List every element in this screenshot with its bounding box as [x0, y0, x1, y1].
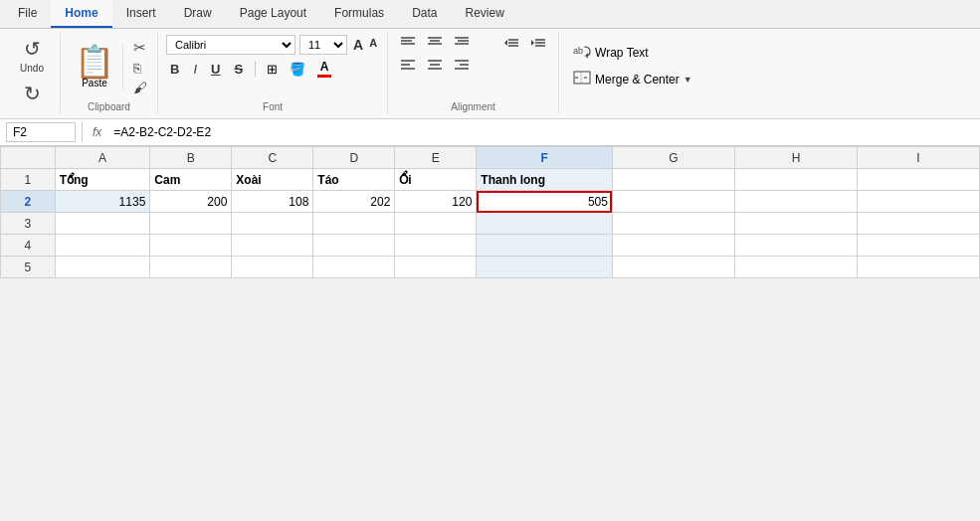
- tab-draw[interactable]: Draw: [170, 0, 226, 28]
- row-number-3[interactable]: 3: [1, 213, 56, 235]
- cell-F2[interactable]: 505: [477, 191, 613, 213]
- increase-indent-button[interactable]: [526, 35, 550, 54]
- cell-F1[interactable]: Thanh long: [477, 169, 613, 191]
- cell-I3[interactable]: [857, 213, 979, 235]
- cell-H2[interactable]: [734, 191, 857, 213]
- cell-F5[interactable]: [477, 257, 613, 278]
- redo-button[interactable]: ↻: [18, 80, 47, 107]
- tab-review[interactable]: Review: [451, 0, 517, 28]
- cell-G3[interactable]: [612, 213, 734, 235]
- cell-D2[interactable]: 202: [313, 191, 395, 213]
- col-header-C[interactable]: C: [232, 147, 313, 169]
- strikethrough-button[interactable]: S: [230, 61, 247, 78]
- cell-F4[interactable]: [477, 235, 613, 257]
- cell-H3[interactable]: [734, 213, 857, 235]
- cell-C5[interactable]: [232, 257, 313, 278]
- cell-D1[interactable]: Táo: [313, 169, 395, 191]
- align-top-left-icon: [400, 36, 416, 50]
- col-header-G[interactable]: G: [612, 147, 734, 169]
- formula-input[interactable]: =A2-B2-C2-D2-E2: [111, 123, 974, 141]
- align-left-button[interactable]: [396, 57, 420, 76]
- bold-button[interactable]: B: [166, 61, 183, 78]
- cell-A2[interactable]: 1135: [55, 191, 150, 213]
- cell-I2[interactable]: [857, 191, 979, 213]
- col-header-H[interactable]: H: [734, 147, 857, 169]
- cell-F3[interactable]: [477, 213, 613, 235]
- svg-marker-13: [531, 40, 534, 46]
- tab-data[interactable]: Data: [398, 0, 451, 28]
- cell-E5[interactable]: [395, 257, 477, 278]
- align-center-button[interactable]: [423, 57, 447, 76]
- row-number-5[interactable]: 5: [1, 257, 56, 278]
- decrease-indent-button[interactable]: [499, 35, 523, 54]
- cell-C3[interactable]: [232, 213, 313, 235]
- fill-color-button[interactable]: 🪣: [287, 61, 308, 78]
- cell-G2[interactable]: [612, 191, 734, 213]
- tab-home[interactable]: Home: [51, 0, 111, 28]
- cell-D4[interactable]: [313, 235, 395, 257]
- align-top-center-button[interactable]: [423, 35, 447, 54]
- col-header-E[interactable]: E: [395, 147, 477, 169]
- merge-center-button[interactable]: Merge & Center ▼: [567, 68, 698, 90]
- cell-B2[interactable]: 200: [150, 191, 232, 213]
- tab-file[interactable]: File: [4, 0, 51, 28]
- cell-E4[interactable]: [395, 235, 477, 257]
- cell-B4[interactable]: [150, 235, 232, 257]
- col-header-D[interactable]: D: [313, 147, 395, 169]
- table-row: 2 1135 200 108 202 120 505: [1, 191, 980, 213]
- cell-A3[interactable]: [55, 213, 150, 235]
- italic-button[interactable]: I: [189, 61, 201, 78]
- cell-B3[interactable]: [150, 213, 232, 235]
- cell-I5[interactable]: [857, 257, 979, 278]
- undo-button[interactable]: ↺ Undo: [14, 35, 50, 76]
- tab-formulas[interactable]: Formulas: [320, 0, 398, 28]
- cell-G4[interactable]: [612, 235, 734, 257]
- cut-button[interactable]: ✂: [131, 38, 149, 58]
- cell-E3[interactable]: [395, 213, 477, 235]
- cell-reference-input[interactable]: F2: [6, 122, 76, 142]
- paste-button[interactable]: 📋 Paste: [69, 44, 123, 90]
- cell-A1[interactable]: Tổng: [55, 169, 150, 191]
- cell-D5[interactable]: [313, 257, 395, 278]
- font-shrink-button[interactable]: A: [367, 37, 379, 53]
- cell-B5[interactable]: [150, 257, 232, 278]
- align-top-right-button[interactable]: [450, 35, 474, 54]
- col-header-I[interactable]: I: [857, 147, 979, 169]
- row-number-4[interactable]: 4: [1, 235, 56, 257]
- cell-G1[interactable]: [612, 169, 734, 191]
- font-size-select[interactable]: 11: [299, 35, 347, 55]
- cell-H5[interactable]: [734, 257, 857, 278]
- align-top-left-button[interactable]: [396, 35, 420, 54]
- col-header-B[interactable]: B: [150, 147, 232, 169]
- tab-insert[interactable]: Insert: [112, 0, 170, 28]
- copy-button[interactable]: ⎘: [131, 60, 149, 77]
- cell-A5[interactable]: [55, 257, 150, 278]
- cell-A4[interactable]: [55, 235, 150, 257]
- cell-B1[interactable]: Cam: [150, 169, 232, 191]
- col-header-A[interactable]: A: [55, 147, 150, 169]
- row-number-2[interactable]: 2: [1, 191, 56, 213]
- font-grow-button[interactable]: A: [351, 37, 365, 53]
- cell-C1[interactable]: Xoài: [232, 169, 313, 191]
- cell-D3[interactable]: [313, 213, 395, 235]
- cell-I4[interactable]: [857, 235, 979, 257]
- font-color-button[interactable]: A: [314, 59, 334, 79]
- cell-E2[interactable]: 120: [395, 191, 477, 213]
- tab-page-layout[interactable]: Page Layout: [226, 0, 320, 28]
- row-number-1[interactable]: 1: [1, 169, 56, 191]
- cell-E1[interactable]: Ổi: [395, 169, 477, 191]
- underline-button[interactable]: U: [207, 61, 224, 78]
- cell-H1[interactable]: [734, 169, 857, 191]
- cell-H4[interactable]: [734, 235, 857, 257]
- cell-I1[interactable]: [857, 169, 979, 191]
- merge-center-dropdown-icon[interactable]: ▼: [684, 75, 692, 85]
- wrap-text-button[interactable]: ab Wrap Text: [567, 41, 655, 64]
- cell-C4[interactable]: [232, 235, 313, 257]
- cell-G5[interactable]: [612, 257, 734, 278]
- border-button[interactable]: ⊞: [264, 61, 281, 78]
- col-header-F[interactable]: F: [477, 147, 613, 169]
- font-family-select[interactable]: Calibri: [166, 35, 295, 55]
- format-painter-button[interactable]: 🖌: [131, 79, 149, 96]
- align-right-button[interactable]: [450, 57, 474, 76]
- cell-C2[interactable]: 108: [232, 191, 313, 213]
